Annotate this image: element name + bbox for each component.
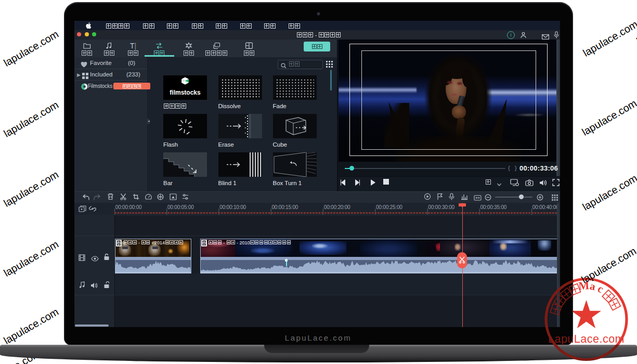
svg-text:c: c	[596, 282, 606, 296]
svg-text:filmstocks: filmstocks	[170, 89, 201, 96]
